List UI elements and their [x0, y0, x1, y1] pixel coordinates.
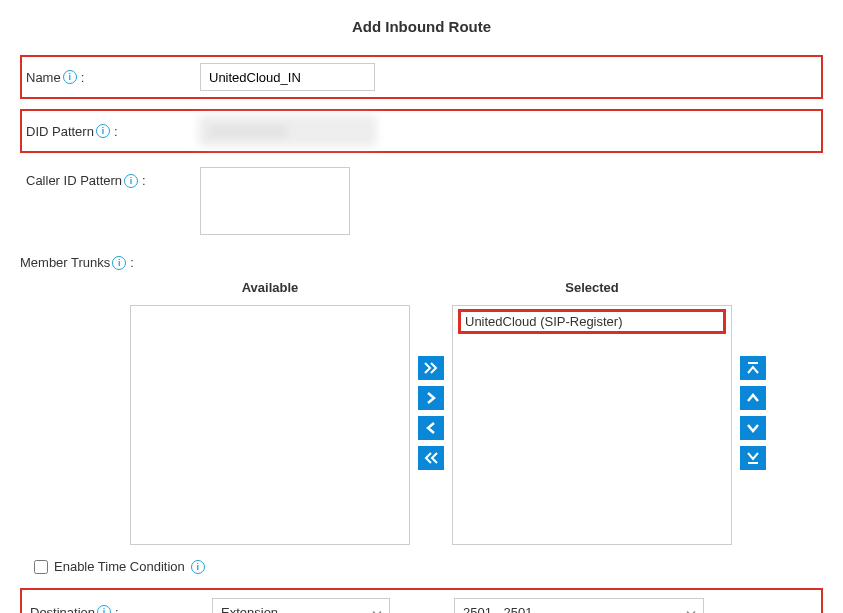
did-pattern-label: DID Pattern i :: [26, 124, 200, 139]
move-all-left-button[interactable]: [418, 446, 444, 470]
info-icon[interactable]: i: [97, 605, 111, 613]
info-icon[interactable]: i: [63, 70, 77, 84]
move-bottom-button[interactable]: [740, 446, 766, 470]
available-column: Available: [130, 280, 410, 545]
order-buttons: [732, 356, 774, 470]
member-trunks-label: Member Trunks i :: [20, 249, 200, 270]
chevron-right-icon: [426, 392, 436, 404]
chevron-bar-up-icon: [747, 361, 759, 375]
name-row-highlight: Name i :: [20, 55, 823, 99]
destination-row-highlight: Destination i : Extension 2501 - 2501: [20, 588, 823, 613]
selected-listbox[interactable]: UnitedCloud (SIP-Register): [452, 305, 732, 545]
move-left-button[interactable]: [418, 416, 444, 440]
chevron-double-left-icon: [424, 452, 438, 464]
caller-id-textarea[interactable]: [200, 167, 350, 235]
selected-column: Selected UnitedCloud (SIP-Register): [452, 280, 732, 545]
move-top-button[interactable]: [740, 356, 766, 380]
move-right-button[interactable]: [418, 386, 444, 410]
did-row-highlight: DID Pattern i :: [20, 109, 823, 153]
available-listbox[interactable]: [130, 305, 410, 545]
info-icon[interactable]: i: [191, 560, 205, 574]
chevron-double-right-icon: [424, 362, 438, 374]
member-trunks-row: Member Trunks i :: [20, 249, 823, 270]
move-up-button[interactable]: [740, 386, 766, 410]
selected-title: Selected: [452, 280, 732, 295]
name-label: Name i :: [26, 70, 200, 85]
move-all-right-button[interactable]: [418, 356, 444, 380]
list-item[interactable]: UnitedCloud (SIP-Register): [459, 310, 725, 333]
move-buttons: [410, 356, 452, 470]
info-icon[interactable]: i: [124, 174, 138, 188]
chevron-up-icon: [747, 393, 759, 403]
dual-listbox: Available Selected UnitedCloud (SIP-Regi…: [130, 280, 823, 545]
info-icon[interactable]: i: [96, 124, 110, 138]
available-title: Available: [130, 280, 410, 295]
destination-target-select[interactable]: 2501 - 2501: [454, 598, 704, 613]
destination-type-select-wrap: Extension: [212, 598, 390, 613]
enable-time-condition-checkbox[interactable]: [34, 560, 48, 574]
chevron-left-icon: [426, 422, 436, 434]
enable-time-condition-label: Enable Time Condition: [54, 559, 185, 574]
name-input[interactable]: [200, 63, 375, 91]
enable-time-condition-row: Enable Time Condition i: [34, 559, 823, 574]
destination-target-select-wrap: 2501 - 2501: [454, 598, 704, 613]
chevron-bar-down-icon: [747, 451, 759, 465]
move-down-button[interactable]: [740, 416, 766, 440]
chevron-down-icon: [747, 423, 759, 433]
destination-type-select[interactable]: Extension: [212, 598, 390, 613]
destination-label: Destination i :: [30, 605, 200, 614]
caller-id-row: Caller ID Pattern i :: [20, 167, 823, 235]
page-title: Add Inbound Route: [20, 18, 823, 35]
info-icon[interactable]: i: [112, 256, 126, 270]
did-pattern-input[interactable]: [200, 117, 375, 145]
caller-id-label: Caller ID Pattern i :: [20, 167, 200, 188]
